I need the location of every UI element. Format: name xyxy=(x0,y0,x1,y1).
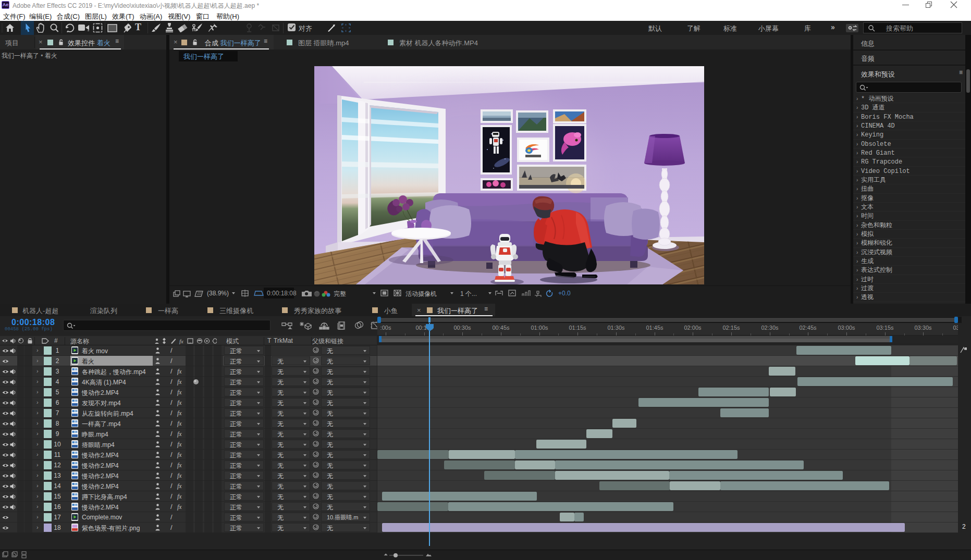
svg-text:fx: fx xyxy=(179,338,183,344)
